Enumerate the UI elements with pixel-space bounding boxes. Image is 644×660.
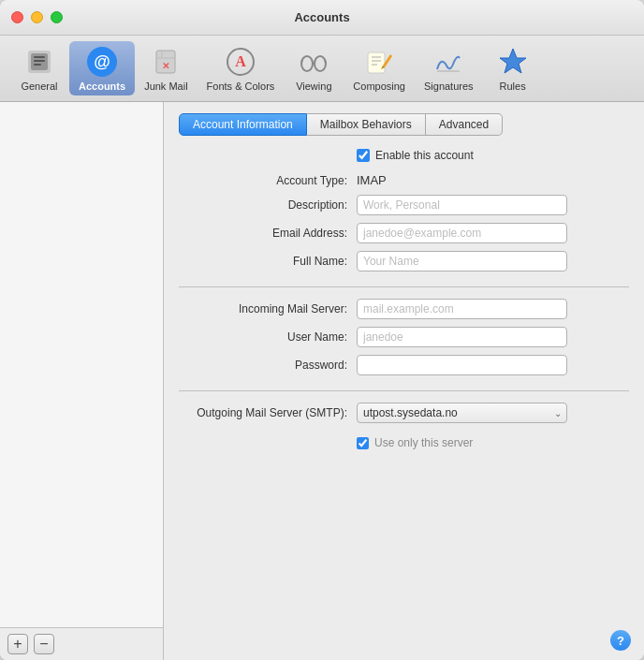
help-button[interactable]: ? (610, 630, 631, 651)
junkmail-icon: ✕ (149, 45, 183, 79)
minimize-button[interactable] (31, 11, 43, 23)
toolbar-item-junkmail[interactable]: ✕ Junk Mail (135, 41, 197, 95)
divider-1 (179, 286, 629, 287)
email-address-input[interactable] (357, 223, 567, 243)
maximize-button[interactable] (51, 11, 63, 23)
outgoing-mail-server-label: Outgoing Mail Server (SMTP): (179, 406, 357, 419)
toolbar-item-fonts[interactable]: A Fonts & Colors (198, 41, 285, 95)
svg-text:A: A (235, 53, 246, 69)
composing-label: Composing (353, 81, 405, 92)
password-row: Password: (179, 355, 629, 375)
enable-account-checkbox[interactable] (357, 149, 370, 162)
user-name-row: User Name: (179, 327, 629, 347)
account-type-row: Account Type: IMAP (179, 173, 629, 187)
composing-icon (362, 45, 396, 79)
add-account-button[interactable]: + (7, 634, 28, 654)
use-only-row: Use only this server (357, 436, 629, 449)
divider-2 (179, 390, 629, 391)
fonts-label: Fonts & Colors (207, 81, 275, 92)
account-type-label: Account Type: (179, 174, 357, 187)
enable-account-label: Enable this account (375, 149, 474, 162)
sidebar-footer: + − (0, 627, 163, 660)
svg-marker-23 (500, 49, 526, 73)
email-address-label: Email Address: (179, 227, 357, 240)
toolbar-item-signatures[interactable]: Signatures (415, 41, 483, 95)
user-name-label: User Name: (179, 330, 357, 344)
smtp-select-wrapper: utpost.sysedata.no ⌄ (357, 403, 567, 423)
full-name-label: Full Name: (179, 255, 357, 268)
incoming-mail-server-label: Incoming Mail Server: (179, 302, 357, 315)
toolbar-item-composing[interactable]: Composing (344, 41, 415, 95)
general-label: General (21, 81, 57, 92)
description-label: Description: (179, 198, 357, 212)
right-panel: Account Information Mailbox Behaviors Ad… (164, 102, 644, 660)
svg-point-13 (301, 56, 313, 71)
general-icon (22, 45, 56, 79)
svg-rect-18 (368, 52, 385, 73)
password-label: Password: (179, 359, 357, 372)
tab-account-info[interactable]: Account Information (179, 113, 307, 136)
tab-advanced[interactable]: Advanced (426, 113, 503, 136)
rules-label: Rules (500, 81, 526, 92)
title-bar: Accounts (0, 0, 644, 36)
incoming-mail-server-row: Incoming Mail Server: (179, 299, 629, 319)
sidebar-list (0, 102, 163, 627)
app-window: Accounts General (0, 0, 644, 660)
svg-rect-4 (34, 64, 41, 66)
toolbar-item-viewing[interactable]: Viewing (284, 41, 344, 95)
enable-account-row: Enable this account (357, 149, 629, 162)
toolbar: General @ Accounts ✕ (0, 36, 644, 102)
window-title: Accounts (294, 10, 349, 24)
signatures-label: Signatures (424, 81, 474, 92)
password-input[interactable] (357, 355, 567, 375)
description-input[interactable] (357, 195, 567, 215)
accounts-icon: @ (85, 45, 119, 79)
use-only-checkbox[interactable] (357, 437, 369, 449)
svg-rect-3 (34, 60, 45, 62)
full-name-input[interactable] (357, 251, 567, 271)
svg-line-17 (325, 60, 326, 64)
incoming-mail-server-input[interactable] (357, 299, 567, 319)
toolbar-item-general[interactable]: General (9, 41, 69, 95)
fonts-icon: A (224, 45, 257, 79)
rules-icon (496, 45, 530, 79)
svg-rect-2 (34, 56, 45, 58)
junkmail-label: Junk Mail (144, 81, 187, 92)
email-address-row: Email Address: (179, 223, 629, 243)
smtp-select[interactable]: utpost.sysedata.no (357, 403, 567, 423)
window-controls (11, 11, 63, 23)
svg-line-16 (301, 60, 302, 64)
account-type-value: IMAP (357, 173, 387, 187)
user-name-input[interactable] (357, 327, 567, 347)
viewing-icon (297, 45, 330, 79)
sidebar: + − (0, 102, 164, 660)
svg-text:✕: ✕ (162, 61, 169, 71)
viewing-label: Viewing (296, 81, 331, 92)
outgoing-mail-server-row: Outgoing Mail Server (SMTP): utpost.syse… (179, 403, 629, 423)
form-section: Account Type: IMAP Description: Email Ad… (179, 173, 629, 449)
svg-text:@: @ (94, 52, 110, 71)
main-content: + − Account Information Mailbox Behavior… (0, 102, 644, 660)
tab-mailbox-behaviors[interactable]: Mailbox Behaviors (307, 113, 426, 136)
svg-point-14 (315, 56, 326, 71)
description-row: Description: (179, 195, 629, 215)
close-button[interactable] (11, 11, 23, 23)
toolbar-item-rules[interactable]: Rules (483, 41, 543, 95)
window-body: General @ Accounts ✕ (0, 36, 644, 660)
tabs: Account Information Mailbox Behaviors Ad… (179, 113, 629, 136)
signatures-icon (432, 45, 465, 79)
full-name-row: Full Name: (179, 251, 629, 271)
remove-account-button[interactable]: − (34, 634, 54, 654)
accounts-label: Accounts (79, 81, 125, 92)
use-only-label: Use only this server (374, 436, 473, 449)
toolbar-item-accounts[interactable]: @ Accounts (69, 41, 135, 95)
